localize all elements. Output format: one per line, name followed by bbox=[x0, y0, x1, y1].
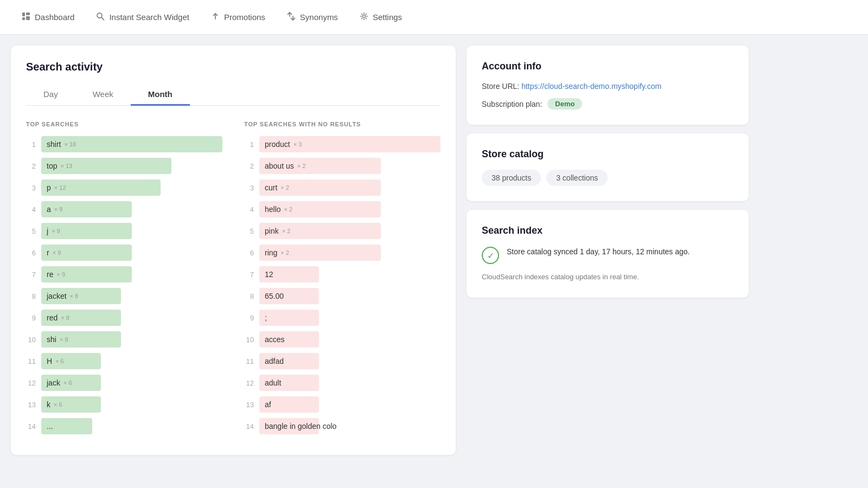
rank-number: 10 bbox=[26, 336, 36, 344]
search-term-label: k× 6 bbox=[47, 400, 62, 409]
search-term-label: ring× 2 bbox=[265, 248, 289, 257]
search-term: acces bbox=[265, 335, 285, 344]
list-item: 6ring× 2 bbox=[244, 245, 441, 261]
search-term: re bbox=[47, 270, 53, 279]
search-term: ; bbox=[265, 313, 267, 322]
tab-week[interactable]: Week bbox=[75, 84, 131, 106]
search-term-label: bangle in golden colo bbox=[265, 422, 336, 431]
list-item: 12jack× 6 bbox=[26, 375, 222, 391]
nav-settings[interactable]: Settings bbox=[351, 8, 411, 27]
store-url-row: Store URL: https://cloud-search-demo.mys… bbox=[482, 82, 733, 91]
search-count: × 6 bbox=[54, 401, 62, 408]
rank-number: 4 bbox=[244, 206, 254, 214]
search-term: red bbox=[47, 313, 58, 322]
rank-number: 11 bbox=[26, 357, 36, 365]
search-term: about us bbox=[265, 162, 294, 170]
nav-dashboard-label: Dashboard bbox=[35, 12, 74, 22]
list-item: 3curt× 2 bbox=[244, 179, 441, 196]
search-bar: curt× 2 bbox=[259, 179, 441, 196]
search-term-label: j× 9 bbox=[47, 227, 60, 235]
rank-number: 13 bbox=[26, 401, 36, 409]
list-item: 712 bbox=[244, 266, 441, 282]
nav-synonyms-label: Synonyms bbox=[300, 12, 338, 22]
tab-month[interactable]: Month bbox=[131, 84, 190, 106]
search-term-label: af bbox=[265, 400, 271, 409]
list-item: 4a× 9 bbox=[26, 201, 222, 217]
store-catalog-title: Store catalog bbox=[482, 149, 733, 160]
rank-number: 3 bbox=[244, 184, 254, 192]
rank-number: 14 bbox=[26, 422, 36, 431]
search-term: ring bbox=[265, 248, 277, 257]
search-term: curt bbox=[265, 183, 277, 192]
tab-day[interactable]: Day bbox=[26, 84, 75, 106]
rank-number: 7 bbox=[26, 271, 36, 279]
search-bar: 65.00 bbox=[259, 288, 441, 304]
search-term-label: pink× 2 bbox=[265, 227, 290, 235]
search-term: pink bbox=[265, 227, 279, 235]
search-bar: adfad bbox=[259, 353, 441, 369]
search-count: × 2 bbox=[297, 163, 306, 169]
search-bar: red× 8 bbox=[41, 310, 222, 326]
list-item: 865.00 bbox=[244, 288, 441, 304]
search-bar: re× 9 bbox=[41, 266, 222, 282]
nav-synonyms[interactable]: Synonyms bbox=[278, 8, 347, 27]
search-count: × 6 bbox=[55, 358, 64, 364]
list-item: 7re× 9 bbox=[26, 266, 222, 282]
search-count: × 2 bbox=[282, 228, 291, 234]
list-item: 9red× 8 bbox=[26, 310, 222, 326]
nav-promotions[interactable]: Promotions bbox=[202, 8, 274, 27]
search-term-label: red× 8 bbox=[47, 313, 69, 322]
search-bar: adult bbox=[259, 375, 441, 391]
rank-number: 7 bbox=[244, 271, 254, 279]
top-searches-col: TOP SEARCHES 1shirt× 182top× 133p× 124a×… bbox=[26, 121, 222, 440]
list-item: 13af bbox=[244, 396, 441, 413]
search-term-label: jacket× 8 bbox=[47, 292, 78, 300]
search-term-label: hello× 2 bbox=[265, 205, 292, 214]
search-bar: pink× 2 bbox=[259, 223, 441, 239]
rank-number: 9 bbox=[244, 314, 254, 322]
top-searches-header: TOP SEARCHES bbox=[26, 121, 222, 127]
search-bar: 12 bbox=[259, 266, 441, 282]
search-term-label: top× 13 bbox=[47, 162, 72, 170]
search-term: product bbox=[265, 140, 290, 149]
search-bar: af bbox=[259, 396, 441, 413]
search-bar: k× 6 bbox=[41, 396, 222, 413]
search-count: × 12 bbox=[54, 184, 66, 191]
store-catalog-card: Store catalog 38 products 3 collections bbox=[467, 133, 749, 201]
search-term-label: shi× 8 bbox=[47, 335, 68, 344]
search-term: adult bbox=[265, 378, 281, 387]
top-searches-list: 1shirt× 182top× 133p× 124a× 95j× 96r× 97… bbox=[26, 136, 222, 434]
search-count: × 9 bbox=[52, 228, 60, 234]
list-item: 10acces bbox=[244, 331, 441, 348]
store-url-link[interactable]: https://cloud-search-demo.myshopify.com bbox=[521, 82, 661, 91]
search-term: k bbox=[47, 400, 50, 409]
nav-instant-search[interactable]: Instant Search Widget bbox=[87, 8, 198, 27]
store-url-label: Store URL: bbox=[482, 82, 519, 91]
search-term-label: ... bbox=[47, 422, 53, 431]
rank-number: 14 bbox=[244, 422, 254, 431]
search-bar-bg bbox=[259, 310, 319, 326]
svg-point-9 bbox=[362, 15, 365, 17]
search-bar: a× 9 bbox=[41, 201, 222, 217]
search-bar: ; bbox=[259, 310, 441, 326]
search-count: × 8 bbox=[61, 314, 69, 321]
search-term: 12 bbox=[265, 270, 273, 279]
search-bar: shi× 8 bbox=[41, 331, 222, 348]
search-count: × 2 bbox=[284, 206, 293, 213]
search-term-label: 12 bbox=[265, 270, 273, 279]
account-info-title: Account info bbox=[482, 61, 733, 72]
list-item: 12adult bbox=[244, 375, 441, 391]
search-term-label: adult bbox=[265, 378, 281, 387]
rank-number: 8 bbox=[244, 292, 254, 300]
search-bar: r× 9 bbox=[41, 245, 222, 261]
search-count: × 9 bbox=[54, 206, 63, 213]
search-term: p bbox=[47, 183, 51, 192]
search-term-label: re× 9 bbox=[47, 270, 65, 279]
products-badge: 38 products bbox=[482, 170, 541, 186]
search-term: r bbox=[47, 248, 49, 257]
rank-number: 13 bbox=[244, 401, 254, 409]
searches-container: TOP SEARCHES 1shirt× 182top× 133p× 124a×… bbox=[26, 121, 441, 440]
nav-dashboard[interactable]: Dashboard bbox=[13, 8, 83, 27]
search-bar: ... bbox=[41, 418, 222, 434]
search-term-label: about us× 2 bbox=[265, 162, 305, 170]
